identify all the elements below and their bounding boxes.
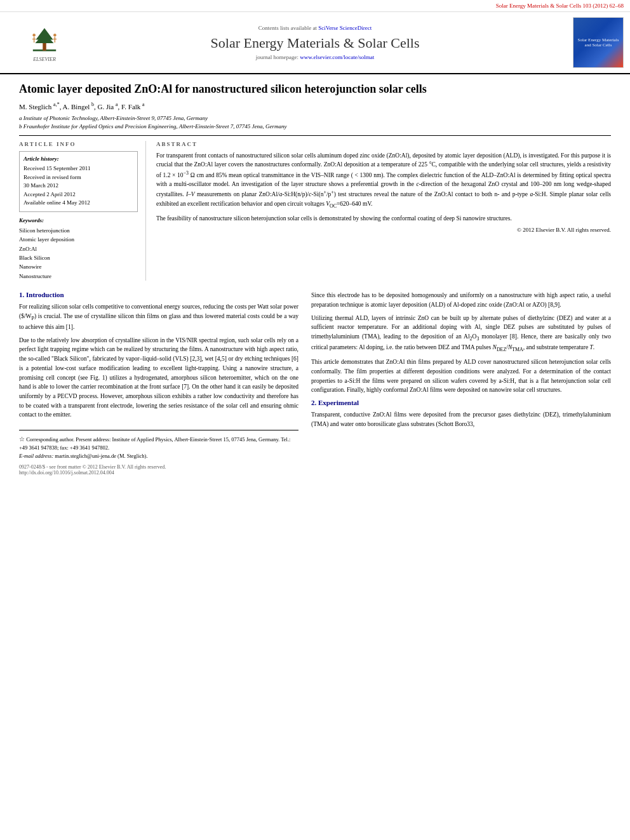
- right-col-intro: Since this electrode has to be deposited…: [311, 291, 611, 395]
- journal-title: Solar Energy Materials & Solar Cells: [83, 35, 547, 51]
- footnote-email: E-mail address: martin.steglich@uni-jena…: [19, 452, 298, 460]
- keyword-6: Nanostructure: [19, 272, 138, 281]
- keyword-5: Nanowire: [19, 262, 138, 271]
- body-columns: 1. Introduction For realizing silicon so…: [19, 291, 611, 476]
- keywords-section: Keywords: Silicon heterojunction Atomic …: [19, 217, 138, 281]
- body-right-column: Since this electrode has to be deposited…: [311, 291, 611, 476]
- keyword-4: Black Silicon: [19, 253, 138, 262]
- issn-line: 0927-0248/$ - see front matter © 2012 El…: [19, 464, 298, 476]
- right-para-3: This article demonstrates that ZnO:Al th…: [311, 357, 611, 395]
- contents-line: Contents lists available at SciVerse Sci…: [83, 25, 547, 31]
- homepage-link[interactable]: www.elsevier.com/locate/solmat: [300, 54, 374, 60]
- section-divider-top: [19, 135, 611, 136]
- experimental-para-1: Transparent, conductive ZnO:Al films wer…: [311, 410, 611, 429]
- elsevier-tree-icon: [25, 23, 64, 55]
- available-date: Available online 4 May 2012: [23, 199, 133, 208]
- journal-citation: Solar Energy Materials & Solar Cells 103…: [496, 3, 624, 9]
- affiliations: a Institute of Photonic Technology, Albe…: [19, 114, 611, 130]
- intro-para-1: For realizing silicon solar cells compet…: [19, 302, 298, 332]
- experimental-body: Transparent, conductive ZnO:Al films wer…: [311, 410, 611, 429]
- elsevier-logo: ELSEVIER: [25, 23, 64, 62]
- received-revised-label: Received in revised form: [23, 173, 133, 182]
- right-para-2: Utilizing thermal ALD, layers of intrins…: [311, 314, 611, 354]
- footnotes: ☆ Corresponding author. Present address:…: [19, 430, 298, 476]
- article-history-box: Article history: Received 15 September 2…: [19, 151, 138, 212]
- journal-header: ELSEVIER Contents lists available at Sci…: [0, 12, 630, 74]
- abstract-text: For transparent front contacts of nanost…: [156, 151, 611, 223]
- copyright-line: © 2012 Elsevier B.V. All rights reserved…: [156, 227, 611, 233]
- keyword-2: Atomic layer deposition: [19, 235, 138, 244]
- affiliation-a: a Institute of Photonic Technology, Albe…: [19, 114, 611, 123]
- intro-heading: 1. Introduction: [19, 291, 298, 298]
- svg-point-7: [53, 33, 57, 36]
- journal-homepage-line: journal homepage: www.elsevier.com/locat…: [83, 54, 547, 60]
- received-date: Received 15 September 2011: [23, 164, 133, 173]
- journal-cover-thumbnail: Solar Energy Materials and Solar Cells: [573, 17, 624, 68]
- body-left-column: 1. Introduction For realizing silicon so…: [19, 291, 298, 476]
- publisher-logo-area: ELSEVIER: [6, 23, 83, 62]
- article-info-column: ARTICLE INFO Article history: Received 1…: [19, 141, 146, 281]
- journal-top-bar: Solar Energy Materials & Solar Cells 103…: [0, 0, 630, 12]
- sciverse-link[interactable]: SciVerse ScienceDirect: [318, 25, 372, 31]
- keywords-title: Keywords:: [19, 217, 138, 223]
- accepted-date: Accepted 2 April 2012: [23, 190, 133, 199]
- footnote-star: ☆ Corresponding author. Present address:…: [19, 434, 298, 452]
- intro-body: For realizing silicon solar cells compet…: [19, 302, 298, 420]
- keyword-3: ZnO:Al: [19, 244, 138, 253]
- experimental-heading: 2. Experimental: [311, 399, 611, 406]
- article-info-title: ARTICLE INFO: [19, 141, 138, 147]
- article-meta-row: ARTICLE INFO Article history: Received 1…: [19, 141, 611, 281]
- intro-para-2: Due to the relatively low absorption of …: [19, 336, 298, 420]
- revised-date: 30 March 2012: [23, 182, 133, 190]
- svg-point-4: [32, 33, 36, 36]
- article-content: Atomic layer deposited ZnO:Al for nanost…: [0, 74, 630, 483]
- right-para-1: Since this electrode has to be deposited…: [311, 291, 611, 309]
- authors-line: M. Steglich a,*, A. Bingel b, G. Jia a, …: [19, 102, 611, 110]
- journal-cover-thumb-area: Solar Energy Materials and Solar Cells: [547, 17, 624, 68]
- abstract-column: ABSTRACT For transparent front contacts …: [156, 141, 611, 281]
- abstract-title: ABSTRACT: [156, 141, 611, 147]
- keyword-1: Silicon heterojunction: [19, 226, 138, 235]
- journal-header-center: Contents lists available at SciVerse Sci…: [83, 25, 547, 60]
- affiliation-b: b Fraunhofer Institute for Applied Optic…: [19, 123, 611, 131]
- abstract-para-2: The feasibility of nanostructure silicon…: [156, 214, 611, 223]
- svg-rect-1: [43, 42, 46, 51]
- article-title: Atomic layer deposited ZnO:Al for nanost…: [19, 82, 611, 97]
- article-history-title: Article history:: [23, 156, 133, 162]
- abstract-para-1: For transparent front contacts of nanost…: [156, 151, 611, 210]
- elsevier-text: ELSEVIER: [33, 57, 56, 62]
